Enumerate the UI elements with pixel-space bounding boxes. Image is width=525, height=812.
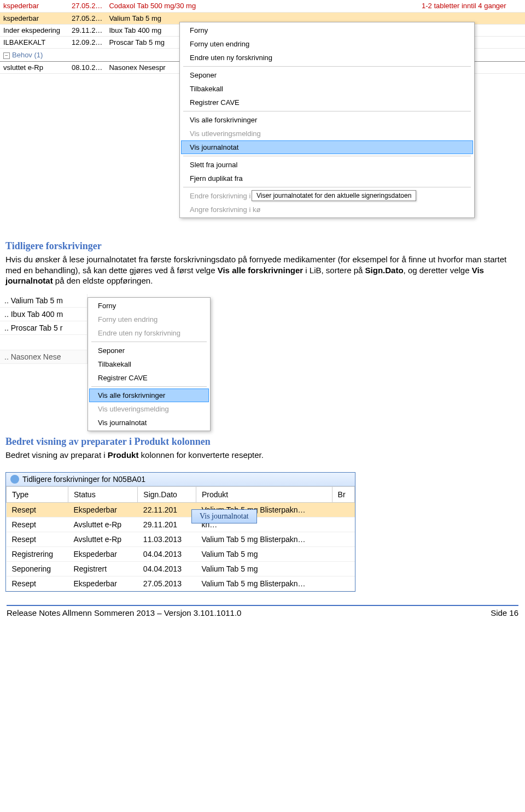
menu-item[interactable]: Registrer CAVE (89, 371, 209, 385)
table-cell: Resept (7, 576, 68, 591)
list-item[interactable] (0, 335, 87, 350)
collapse-icon[interactable]: − (3, 52, 10, 59)
column-header[interactable]: Type (7, 487, 68, 503)
table-cell: vsluttet e-Rp (0, 61, 68, 73)
column-header[interactable]: Produkt (196, 487, 332, 503)
table-cell: Avsluttet e-Rp (68, 517, 137, 532)
forskrivninger-table: TypeStatusSign.DatoProduktBr ReseptEkspe… (6, 486, 355, 591)
menu-item[interactable]: Seponer (181, 68, 473, 82)
menu-item: Forny uten endring (89, 313, 209, 326)
menu-item[interactable]: Vis journalnotat (89, 416, 209, 429)
paragraph: Bedret visning av preparat i Produkt kol… (5, 450, 520, 461)
window-title: Tidligere forskrivninger for N05BA01 (22, 475, 145, 484)
table-cell: Registrert (68, 562, 137, 576)
menu-item[interactable]: Vis alle forskrivninger (181, 113, 473, 127)
menu-item[interactable]: Vis journalnotat (181, 140, 473, 154)
text: i LiB, sortere på (303, 266, 365, 275)
menu-item: Vis utleveringsmelding (181, 127, 473, 140)
table-cell: Ekspederbar (68, 547, 137, 562)
list-item[interactable]: .. Ibux Tab 400 m (0, 308, 87, 321)
paragraph: Hvis du ønsker å lese journalnotatet fra… (5, 254, 520, 286)
table-cell: Resept (7, 503, 68, 517)
table-cell: 27.05.2013 (138, 576, 196, 591)
table-row[interactable]: ReseptAvsluttet e-Rp11.03.2013Valium Tab… (7, 532, 355, 547)
menu-item[interactable]: Seponer (89, 344, 209, 357)
bold-text: Produkt (108, 450, 139, 460)
table-cell: 27.05.2… (68, 0, 106, 12)
menu-item: Angre forskrivning i kø (181, 203, 473, 216)
table-cell: Ekspederbar (68, 576, 137, 591)
table-cell: ILBAKEKALT (0, 36, 68, 48)
table-row[interactable]: RegistreringEkspederbar04.04.2013Valium … (7, 547, 355, 562)
window-titlebar: Tidligere forskrivninger for N05BA01 (6, 473, 355, 486)
list-item[interactable]: .. Nasonex Nese (0, 350, 87, 364)
menu-separator (91, 342, 207, 342)
menu-item[interactable]: Fjern duplikat fra (181, 172, 473, 185)
menu-item: Endre uten ny forskrivning (89, 326, 209, 340)
table-cell: 04.04.2013 (138, 562, 196, 576)
menu-item[interactable]: Tilbakekall (181, 82, 473, 96)
table-cell: Codaxol Tab 500 mg/30 mg (106, 0, 418, 12)
table-row[interactable]: ReseptEkspederbar27.05.2013Valium Tab 5 … (7, 576, 355, 591)
table-cell: 12.09.2… (68, 36, 106, 48)
menu-separator (183, 66, 471, 67)
column-header[interactable]: Br (332, 487, 354, 503)
table-cell (332, 562, 354, 576)
footer-rule (7, 605, 518, 606)
table-cell: 1-2 tabletter inntil 4 ganger (418, 0, 525, 12)
table-cell: Resept (7, 532, 68, 547)
table-cell: Registrering (7, 547, 68, 562)
table-cell: 29.11.2… (68, 24, 106, 36)
table-row[interactable]: SeponeringRegistrert04.04.2013Valium Tab… (7, 562, 355, 576)
menu-separator (183, 156, 471, 156)
vis-journalnotat-button[interactable]: Vis journalnotat (191, 509, 257, 523)
context-menu: FornyForny uten endringEndre uten ny for… (88, 297, 211, 431)
menu-item: Vis utleveringsmelding (89, 402, 209, 416)
bold-text: Vis alle forskrivninger (218, 266, 303, 275)
text: Bedret visning av preparat i (5, 450, 108, 460)
table-cell: Valium Tab 5 mg (196, 547, 332, 562)
bold-text: Sign.Dato (365, 266, 404, 275)
table-cell: 11.03.2013 (138, 532, 196, 547)
text: , og deretter velge (404, 266, 472, 275)
footer-right: Side 16 (491, 608, 518, 617)
menu-item[interactable]: Slett fra journal (181, 158, 473, 172)
screenshot-tidligere-forskrivninger-window: Tidligere forskrivninger for N05BA01 Typ… (5, 472, 355, 592)
column-header[interactable]: Sign.Dato (138, 487, 196, 503)
window-icon (10, 475, 19, 484)
menu-item[interactable]: Forny uten endring (181, 37, 473, 51)
heading-bedret-visning: Bedret visning av preparater i Produkt k… (5, 436, 520, 448)
menu-separator (183, 111, 471, 111)
menu-item[interactable]: Forny (181, 23, 473, 37)
menu-item[interactable]: Vis alle forskrivninger (89, 389, 209, 402)
menu-item[interactable]: Forny (89, 299, 209, 313)
screenshot-list-contextmenu: .. Valium Tab 5 m.. Ibux Tab 400 m.. Pro… (0, 294, 525, 436)
menu-item[interactable]: Registrer CAVE (181, 96, 473, 109)
table-row[interactable]: ReseptEkspederbar22.11.201Valium Tab 5 m… (7, 503, 355, 517)
menu-item[interactable]: Tilbakekall (89, 357, 209, 371)
table-cell: Valium Tab 5 mg Blisterpakn… (196, 532, 332, 547)
column-header[interactable]: Status (68, 487, 137, 503)
table-cell (332, 547, 354, 562)
table-cell (332, 576, 354, 591)
menu-item[interactable]: Endre uten ny forskrivning (181, 51, 473, 64)
table-row[interactable]: ReseptAvsluttet e-Rp29.11.201 kn… (7, 517, 355, 532)
text: på den eldste oppføringen. (53, 276, 153, 285)
menu-separator (183, 187, 471, 187)
table-cell: Inder ekspedering (0, 24, 68, 36)
table-cell: 27.05.2… (68, 12, 106, 24)
text: kolonnen for konverterte resepter. (138, 450, 263, 460)
table-cell (332, 503, 354, 517)
footer-left: Release Notes Allmenn Sommeren 2013 – Ve… (7, 608, 241, 617)
table-cell: Ekspederbar (68, 503, 137, 517)
group-label: Behov (1) (12, 51, 43, 59)
list-item[interactable]: .. Proscar Tab 5 r (0, 321, 87, 335)
list-item[interactable]: .. Valium Tab 5 m (0, 294, 87, 308)
table-cell (332, 532, 354, 547)
table-cell: Avsluttet e-Rp (68, 532, 137, 547)
table-cell (332, 517, 354, 532)
table-row[interactable]: kspederbar27.05.2…Codaxol Tab 500 mg/30 … (0, 0, 525, 12)
table-cell: Resept (7, 517, 68, 532)
table-cell: Seponering (7, 562, 68, 576)
table-cell: 22.11.201 (138, 503, 196, 517)
